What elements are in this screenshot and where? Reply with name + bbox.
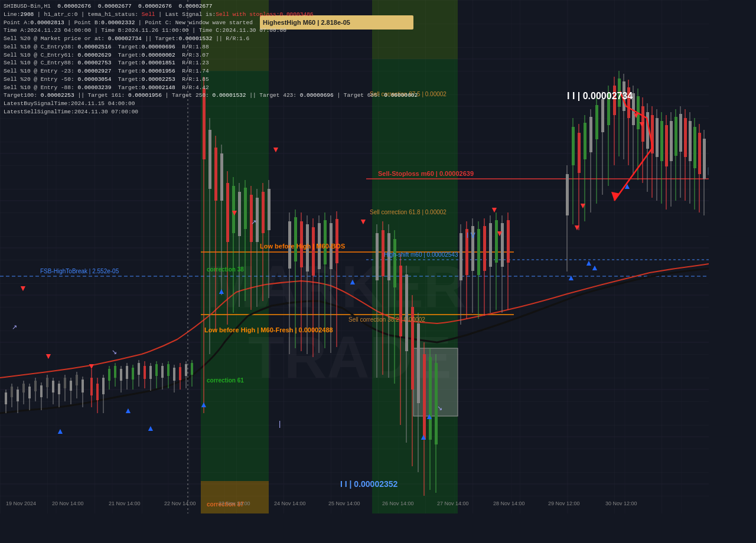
svg-rect-68 [96,384,99,400]
svg-rect-222 [665,125,668,166]
main-chart-svg: MARKER TRADE [0,0,709,513]
svg-rect-40 [11,387,13,397]
svg-rect-66 [90,378,93,395]
svg-rect-60 [70,381,72,391]
svg-rect-226 [674,117,677,156]
svg-rect-42 [17,390,19,401]
svg-text:▲: ▲ [425,411,434,421]
svg-rect-158 [417,323,420,403]
svg-text:TRADE: TRADE [248,324,451,390]
svg-text:I I | 0.00002734: I I | 0.00002734 [567,91,633,101]
svg-rect-54 [52,381,54,392]
svg-text:▼: ▼ [632,110,640,120]
svg-rect-106 [214,148,217,201]
svg-text:28 Nov 14:00: 28 Nov 14:00 [493,501,525,506]
svg-rect-182 [507,220,510,263]
svg-rect-196 [601,99,604,132]
svg-text:▼: ▼ [579,201,587,210]
svg-text:▼: ▼ [490,205,498,214]
svg-rect-142 [335,219,338,263]
svg-rect-122 [262,192,265,233]
svg-rect-48 [34,381,37,391]
svg-text:26 Nov 14:00: 26 Nov 14:00 [382,501,414,506]
svg-text:I V: I V [467,231,475,240]
svg-rect-154 [405,274,408,351]
svg-rect-218 [656,118,659,157]
svg-rect-124 [268,189,271,230]
svg-text:↘: ↘ [112,348,117,355]
svg-rect-134 [312,227,315,276]
svg-rect-172 [477,229,480,275]
svg-text:▲: ▲ [567,273,575,282]
svg-text:I I | 0.00002352: I I | 0.00002352 [340,479,398,489]
svg-rect-58 [64,378,66,388]
svg-text:correction 38: correction 38 [207,266,244,273]
svg-rect-72 [108,369,110,381]
svg-text:▲: ▲ [348,277,357,286]
svg-rect-150 [393,239,396,287]
svg-text:22 Nov 14:00: 22 Nov 14:00 [164,501,196,506]
svg-rect-116 [244,188,247,229]
svg-text:▼: ▼ [272,145,280,154]
svg-rect-56 [58,384,60,394]
svg-rect-174 [483,226,486,271]
svg-text:FSB-HighToBreak | 2.552e-05: FSB-HighToBreak | 2.552e-05 [40,268,119,274]
svg-rect-186 [572,127,575,165]
svg-rect-108 [220,153,223,201]
svg-text:20 Nov 14:00: 20 Nov 14:00 [52,501,84,506]
svg-rect-224 [670,121,673,161]
svg-text:29 Nov 12:00: 29 Nov 12:00 [548,501,580,506]
svg-text:▼: ▼ [638,119,646,129]
svg-rect-164 [435,363,438,444]
svg-text:▲: ▲ [623,181,631,191]
svg-rect-82 [138,363,140,375]
svg-text:▼: ▼ [230,208,239,217]
svg-rect-80 [132,368,134,380]
svg-rect-152 [399,266,402,336]
svg-rect-25 [201,0,269,71]
svg-text:▲: ▲ [419,432,428,441]
svg-rect-46 [28,387,31,398]
svg-rect-94 [173,368,175,381]
svg-rect-78 [126,366,128,379]
svg-rect-232 [689,121,692,161]
svg-rect-128 [294,217,297,261]
svg-rect-192 [589,117,592,152]
svg-text:▼: ▼ [19,283,27,293]
svg-rect-76 [120,369,122,381]
svg-rect-220 [660,121,663,161]
svg-rect-38 [5,392,7,404]
svg-rect-29 [201,481,269,513]
svg-rect-104 [208,130,211,189]
svg-text:▲: ▲ [56,426,64,436]
svg-text:Low before High | M60-BOS: Low before High | M60-BOS [260,243,345,250]
svg-text:24 Nov 14:00: 24 Nov 14:00 [274,501,306,506]
svg-text:▲: ▲ [200,400,208,409]
svg-text:▼: ▼ [496,228,504,238]
svg-text:correction 61: correction 61 [207,377,244,384]
svg-rect-144 [376,233,379,280]
svg-text:▲: ▲ [124,405,132,415]
svg-rect-92 [167,364,170,376]
svg-text:▲: ▲ [146,423,155,433]
chart-container: SHIBUSD-Bin,H1 0.00002676 0.00002677 0.0… [0,0,756,543]
svg-rect-190 [584,123,586,159]
svg-rect-238 [703,139,706,179]
svg-text:19 Nov 2024: 19 Nov 2024 [6,501,36,506]
svg-rect-166 [460,233,462,280]
svg-rect-228 [679,114,682,152]
svg-text:↘: ↘ [437,404,442,411]
svg-text:Sell correction 87.5 | 0.00002: Sell correction 87.5 | 0.00002 [370,91,447,97]
svg-text:▼: ▼ [573,223,581,232]
svg-text:23 Nov 14:00: 23 Nov 14:00 [219,501,250,506]
svg-text:↗: ↗ [251,218,256,225]
svg-rect-88 [155,364,158,376]
svg-rect-98 [185,364,187,376]
svg-rect-74 [114,366,116,378]
svg-text:▼: ▼ [359,217,367,226]
svg-rect-160 [423,354,426,440]
svg-rect-64 [82,380,84,392]
svg-text:25 Nov 14:00: 25 Nov 14:00 [328,501,360,506]
svg-text:▼: ▼ [87,361,96,371]
svg-rect-176 [489,223,492,267]
